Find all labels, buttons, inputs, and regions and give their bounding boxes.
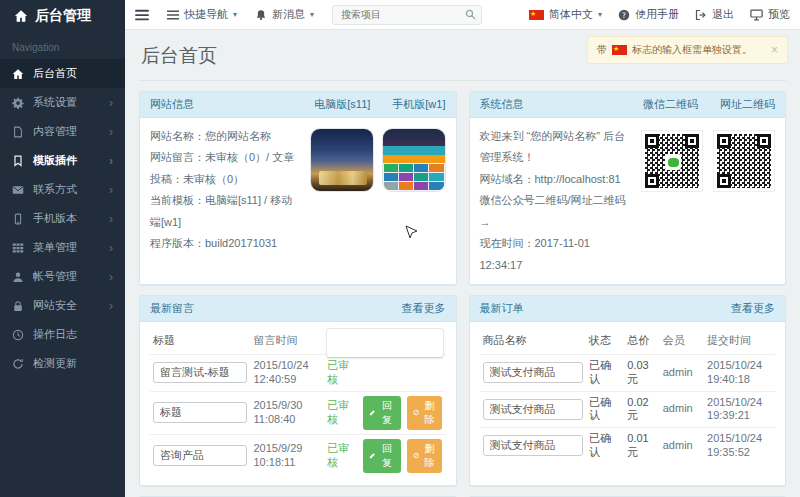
message-time: 2015/10/24 12:40:59 [250,359,324,387]
sidebar-toggle-icon[interactable] [135,9,149,21]
delete-button[interactable]: 删除 [407,396,442,430]
refresh-icon [12,358,24,370]
open-popover [326,328,444,358]
message-title-input[interactable] [153,362,247,383]
welcome-line: 欢迎来到 “您的网站名称” 后台管理系统！ [480,126,634,169]
reply-button[interactable]: 回复 [363,439,401,473]
sidebar-item-templates[interactable]: 模版插件 › [0,146,125,175]
bell-icon [255,9,267,21]
language-menu[interactable]: ★ 简体中文 ▾ [529,7,602,22]
order-row: 已确认 0.03 元 admin 2015/10/24 19:40:18 [480,354,776,391]
order-row: 已确认 0.01 元 admin 2015/10/24 19:35:52 [480,427,776,464]
sidebar-item-label: 内容管理 [33,124,77,139]
brand[interactable]: 后台管理 [0,0,125,32]
order-name-input[interactable] [483,435,583,456]
preview-link[interactable]: 预览 [750,7,790,22]
delete-button[interactable]: 删除 [407,439,442,473]
brand-title: 后台管理 [35,7,91,25]
svg-text:?: ? [622,10,626,19]
sidebar-item-security[interactable]: 网站安全 › [0,291,125,320]
messages-label: 新消息 [272,7,305,22]
sidebar-item-label: 检测更新 [33,356,77,371]
caret-down-icon: ▾ [233,10,237,19]
col-header: 标题 [150,334,250,348]
order-member: admin [660,366,704,380]
panel-site-info: 网站信息 电脑版[s11] 手机版[w1] 网站名称：您的网站名称 网站留言：未… [139,91,457,285]
mouse-cursor [405,225,417,241]
message-row: 2015/9/29 10:18:11 已审核 回复 删除 [150,434,446,477]
pc-theme-preview[interactable] [310,128,374,192]
sidebar-item-update[interactable]: 检测更新 [0,349,125,378]
view-more-link[interactable]: 查看更多 [731,301,775,316]
monitor-icon [750,9,763,21]
order-member: admin [660,439,704,453]
reply-button[interactable]: 回复 [363,396,401,430]
search-input[interactable] [332,5,482,25]
order-time: 2015/10/24 19:35:52 [704,432,775,460]
chevron-right-icon: › [109,155,113,167]
site-template-line: 当前模板：电脑端[s11] / 移动端[w1] [150,190,302,233]
sidebar-item-label: 手机版本 [33,211,77,226]
sidebar-item-label: 模版插件 [33,153,77,168]
chevron-right-icon: › [109,300,113,312]
message-row: 2015/9/30 11:08:40 已审核 回复 删除 [150,391,446,434]
message-title-input[interactable] [153,402,247,423]
panel-latest-orders: 最新订单 查看更多 商品名称 状态 总价 会员 提交时间 已确认 0.03 元 … [469,295,787,486]
user-icon [12,271,24,283]
alert-text: 标志的输入框需单独设置。 [632,43,752,57]
message-title-input[interactable] [153,445,247,466]
order-status: 已确认 [586,396,624,424]
order-row: 已确认 0.02 元 admin 2015/10/24 19:39:21 [480,391,776,428]
sidebar-item-accounts[interactable]: 帐号管理 › [0,262,125,291]
sidebar-item-content[interactable]: 内容管理 › [0,117,125,146]
home-icon [12,68,24,80]
chevron-right-icon: › [109,271,113,283]
col-header: 总价 [624,334,659,348]
mobile-theme-link[interactable]: 手机版[w1] [392,97,445,112]
site-review-line: 网站留言：未审核（0）/ 文章投稿：未审核（0） [150,147,302,190]
home-icon [14,9,28,23]
sidebar-item-mobile[interactable]: 手机版本 › [0,204,125,233]
sidebar-item-menu[interactable]: 菜单管理 › [0,233,125,262]
domain-line: 网站域名：http://localhost:81 [480,169,634,190]
alert-text: 带 [597,43,607,57]
quick-nav-menu[interactable]: 快捷导航 ▾ [167,7,237,22]
close-icon[interactable]: × [771,43,778,57]
gear-icon [12,97,24,109]
site-version-line: 程序版本：build20171031 [150,233,302,254]
pc-theme-link[interactable]: 电脑版[s11] [314,97,370,112]
logout-link[interactable]: 退出 [695,7,734,22]
manual-link[interactable]: ? 使用手册 [618,7,679,22]
mobile-theme-preview[interactable] [382,128,446,192]
search-box [332,5,482,25]
col-header: 留言时间 [250,334,324,348]
view-more-link[interactable]: 查看更多 [402,301,446,316]
sidebar-item-logs[interactable]: 操作日志 [0,320,125,349]
sidebar-item-label: 菜单管理 [33,240,77,255]
order-name-input[interactable] [483,362,583,383]
url-qr-link[interactable]: 网址二维码 [720,97,775,112]
search-icon[interactable] [465,9,476,20]
qr-hint-line: 微信公众号二维码/网址二维码 → [480,190,634,233]
order-price: 0.03 元 [624,359,659,387]
sidebar-item-contact[interactable]: 联系方式 › [0,175,125,204]
sidebar-item-home[interactable]: 后台首页 [0,59,125,88]
order-name-input[interactable] [483,399,583,420]
sidebar-item-settings[interactable]: 系统设置 › [0,88,125,117]
manual-label: 使用手册 [635,7,679,22]
logout-icon [695,9,707,21]
wechat-qr-link[interactable]: 微信二维码 [643,97,698,112]
alert-banner: 带 ★ 标志的输入框需单独设置。 × [587,36,788,64]
logout-label: 退出 [712,7,734,22]
chevron-right-icon: › [109,184,113,196]
panel-title: 系统信息 [480,97,524,112]
wechat-icon [665,154,681,170]
topbar: 快捷导航 ▾ 新消息 ▾ ★ 简体中文 ▾ ? 使用手册 退出 预览 [125,0,800,30]
nav-section-label: Navigation [0,32,125,59]
col-header: 商品名称 [480,334,586,348]
list-icon [167,10,179,20]
col-header: 会员 [660,334,704,348]
messages-menu[interactable]: 新消息 ▾ [255,7,314,22]
message-row: 2015/10/24 12:40:59 已审核 [150,354,446,391]
bookmark-icon [12,155,24,167]
